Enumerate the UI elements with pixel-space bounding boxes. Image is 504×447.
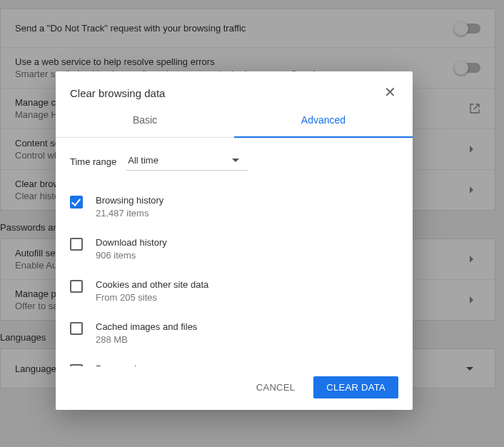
checkbox-icon[interactable] [70, 364, 83, 366]
clear-browsing-data-dialog: Clear browsing data ✕ Basic Advanced Tim… [56, 71, 413, 410]
item-subtitle: 288 MB [96, 334, 197, 345]
dialog-title: Clear browsing data [70, 87, 165, 99]
dialog-header: Clear browsing data ✕ [56, 71, 413, 104]
list-item[interactable]: Cached images and files 288 MB [70, 314, 393, 356]
time-range-label: Time range [70, 156, 116, 167]
checkbox-icon[interactable] [70, 322, 83, 335]
checkbox-checked-icon[interactable] [70, 196, 83, 209]
item-title: Passwords [96, 363, 196, 366]
item-title: Browsing history [96, 195, 163, 206]
list-item[interactable]: Passwords 138 passwords (synced) [70, 356, 393, 366]
dialog-footer: CANCEL CLEAR DATA [56, 366, 413, 410]
item-title: Cached images and files [96, 321, 197, 332]
cancel-button[interactable]: CANCEL [243, 376, 308, 398]
settings-background: Send a "Do Not Track" request with your … [0, 0, 504, 447]
item-subtitle: From 205 sites [96, 292, 208, 303]
checkbox-icon[interactable] [70, 280, 83, 293]
time-range-row: Time range All time [70, 152, 393, 171]
list-item[interactable]: Download history 906 items [70, 230, 393, 272]
dialog-tabs: Basic Advanced [56, 104, 413, 138]
item-subtitle: 906 items [96, 250, 167, 261]
clear-items-list: Browsing history 21,487 items Download h… [70, 188, 393, 366]
list-item[interactable]: Cookies and other site data From 205 sit… [70, 272, 393, 314]
dropdown-icon [232, 159, 239, 162]
tab-basic[interactable]: Basic [56, 104, 234, 138]
checkbox-icon[interactable] [70, 238, 83, 251]
time-range-value: All time [128, 155, 158, 166]
clear-data-button[interactable]: CLEAR DATA [313, 376, 398, 398]
item-title: Cookies and other site data [96, 279, 208, 290]
list-item[interactable]: Browsing history 21,487 items [70, 188, 393, 230]
dialog-body[interactable]: Time range All time Browsing history 21,… [56, 138, 413, 366]
close-icon[interactable]: ✕ [381, 84, 398, 101]
tab-advanced[interactable]: Advanced [234, 104, 413, 138]
item-subtitle: 21,487 items [96, 208, 163, 219]
time-range-select[interactable]: All time [126, 152, 248, 171]
item-title: Download history [96, 237, 167, 248]
